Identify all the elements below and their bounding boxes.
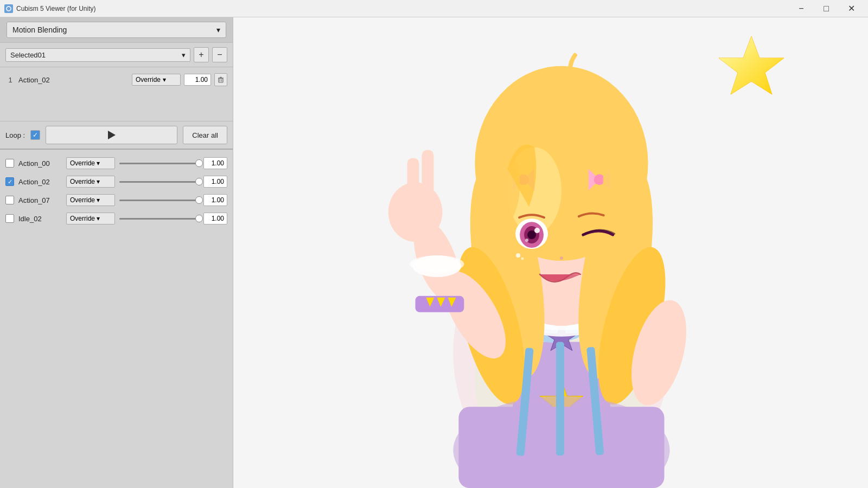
action-item-name: Action_02 xyxy=(18,178,62,186)
preset-chevron: ▾ xyxy=(182,51,186,59)
slider-thumb[interactable] xyxy=(195,159,203,167)
override-mode-label: Override xyxy=(70,159,95,167)
trash-icon xyxy=(218,76,224,83)
action-list-item: Idle_02 Override ▾ 1.00 xyxy=(0,209,233,228)
value-display: 1.00 xyxy=(203,194,227,206)
action-list-item: ✓ Action_02 Override ▾ 1.00 xyxy=(0,172,233,191)
add-preset-button[interactable]: + xyxy=(194,47,209,62)
preset-label: Selected01 xyxy=(10,51,46,59)
character-illustration xyxy=(233,17,868,488)
checkmark-icon: ✓ xyxy=(8,179,12,185)
svg-point-41 xyxy=(534,228,540,233)
slider-container xyxy=(119,213,199,224)
action-list-item: Action_07 Override ▾ 1.00 xyxy=(0,191,233,209)
override-dropdown[interactable]: Override ▾ xyxy=(66,194,115,206)
slider-thumb[interactable] xyxy=(195,178,203,185)
title-bar-controls: − □ ✕ xyxy=(789,0,864,17)
override-label: Override xyxy=(136,76,161,84)
value-display: 1.00 xyxy=(203,213,227,224)
loop-checkbox[interactable]: ✓ xyxy=(30,130,40,140)
svg-point-45 xyxy=(560,256,563,260)
restore-button[interactable]: □ xyxy=(814,0,839,17)
value-display: 1.00 xyxy=(203,157,227,169)
svg-rect-61 xyxy=(556,342,564,456)
slider-container xyxy=(119,176,199,187)
svg-point-44 xyxy=(521,257,524,260)
svg-rect-50 xyxy=(422,150,434,198)
motion-blending-dropdown[interactable]: Motion Blending ▾ xyxy=(7,22,226,38)
svg-rect-2 xyxy=(219,79,223,82)
loop-label: Loop : xyxy=(5,131,25,139)
slider-fill xyxy=(119,218,199,220)
close-button[interactable]: ✕ xyxy=(839,0,864,17)
slider-thumb[interactable] xyxy=(195,215,203,222)
override-chevron-icon: ▾ xyxy=(97,215,100,222)
svg-point-43 xyxy=(516,253,520,258)
slider-fill xyxy=(119,163,199,164)
motion-blending-chevron: ▾ xyxy=(216,25,220,34)
action-list-item: Action_00 Override ▾ 1.00 xyxy=(0,154,233,172)
action-checkbox[interactable]: ✓ xyxy=(5,177,14,186)
slider-fill xyxy=(119,181,199,183)
selected-action-list: 1 Action_02 Override ▾ xyxy=(0,67,233,121)
override-mode-label: Override xyxy=(70,215,95,222)
override-chevron-icon: ▾ xyxy=(97,196,100,204)
action-item-name: Idle_02 xyxy=(18,215,62,223)
delete-action-button[interactable] xyxy=(214,73,227,86)
action-item-name: Action_07 xyxy=(18,196,62,204)
title-bar-text: Cubism 5 Viewer (for Unity) xyxy=(16,5,789,12)
override-dropdown[interactable]: Override ▾ xyxy=(66,213,115,224)
motion-blending-section: Motion Blending ▾ xyxy=(0,17,233,43)
play-button[interactable] xyxy=(46,126,177,144)
preset-dropdown[interactable]: Selected01 ▾ xyxy=(5,48,190,62)
checkmark-icon: ✓ xyxy=(33,131,38,139)
svg-point-40 xyxy=(527,230,536,239)
slider-track xyxy=(119,181,199,183)
play-icon xyxy=(108,131,116,139)
override-chevron-icon: ▾ xyxy=(97,159,100,167)
slider-track xyxy=(119,163,199,164)
override-mode-label: Override xyxy=(70,196,95,204)
motion-blending-label: Motion Blending xyxy=(12,25,67,34)
action-checkbox[interactable] xyxy=(5,196,14,204)
override-chevron: ▾ xyxy=(163,76,166,84)
controls-row: Loop : ✓ Clear all xyxy=(0,121,233,150)
action-checkbox[interactable] xyxy=(5,214,14,223)
action-list-section: Action_00 Override ▾ 1.00 ✓ Action_02 Ov… xyxy=(0,150,233,488)
svg-point-52 xyxy=(410,255,464,273)
override-dropdown[interactable]: Override ▾ xyxy=(66,157,115,169)
action-item-name: Action_00 xyxy=(18,159,62,168)
override-dropdown[interactable]: Override ▾ xyxy=(132,74,181,86)
action-name: Action_02 xyxy=(18,76,129,84)
value-input[interactable] xyxy=(184,74,211,86)
slider-fill xyxy=(119,200,199,201)
left-panel: Motion Blending ▾ Selected01 ▾ + − 1 Act… xyxy=(0,17,233,488)
main-content: Motion Blending ▾ Selected01 ▾ + − 1 Act… xyxy=(0,17,868,488)
override-mode-label: Override xyxy=(70,178,95,185)
slider-track xyxy=(119,200,199,201)
svg-point-1 xyxy=(7,7,10,10)
svg-point-42 xyxy=(525,239,528,242)
action-number: 1 xyxy=(5,76,15,84)
right-panel xyxy=(233,17,868,488)
override-chevron-icon: ▾ xyxy=(97,178,100,185)
slider-container xyxy=(119,195,199,206)
remove-preset-button[interactable]: − xyxy=(212,47,227,62)
slider-container xyxy=(119,158,199,169)
selected-action-item: 1 Action_02 Override ▾ xyxy=(5,72,227,88)
override-dropdown[interactable]: Override ▾ xyxy=(66,176,115,188)
preset-row: Selected01 ▾ + − xyxy=(0,43,233,67)
app-icon xyxy=(4,4,13,13)
minimize-button[interactable]: − xyxy=(789,0,814,17)
title-bar: Cubism 5 Viewer (for Unity) − □ ✕ xyxy=(0,0,868,17)
svg-rect-49 xyxy=(407,158,419,201)
value-display: 1.00 xyxy=(203,176,227,188)
slider-thumb[interactable] xyxy=(195,196,203,204)
slider-track xyxy=(119,218,199,220)
action-checkbox[interactable] xyxy=(5,159,14,168)
clear-all-button[interactable]: Clear all xyxy=(183,126,227,144)
